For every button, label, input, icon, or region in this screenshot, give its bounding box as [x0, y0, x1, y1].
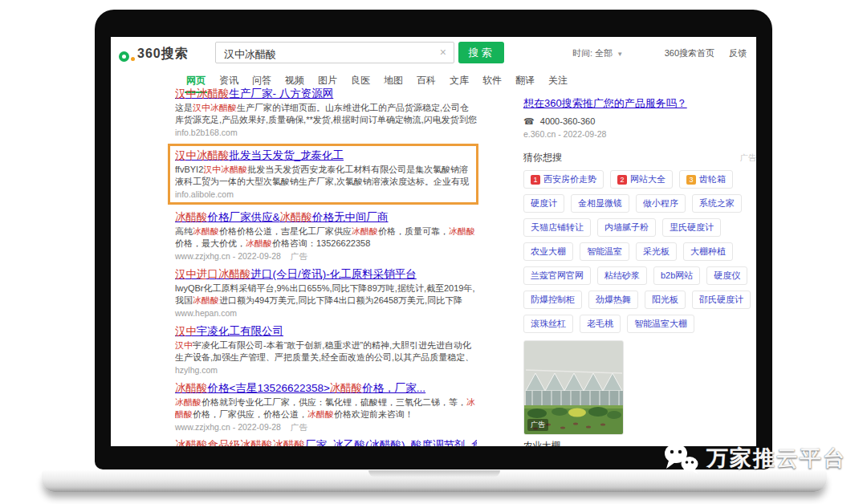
- suggest-tag[interactable]: 1西安房价走势: [523, 170, 604, 189]
- suggest-tag[interactable]: 硬度仪: [706, 266, 747, 285]
- chevron-down-icon: ▼: [617, 51, 623, 58]
- result-title-link[interactable]: 冰醋酸食品级冰醋酸冰醋酸厂家_冰乙酸(冰醋酸)_酸度调节剂_食...: [175, 438, 477, 446]
- suggest-tag[interactable]: 里氏硬度计: [662, 218, 721, 237]
- 360-search-logo[interactable]: 360搜索: [119, 45, 189, 62]
- clear-search-icon[interactable]: ×: [440, 46, 446, 59]
- home-link[interactable]: 360搜索首页: [665, 47, 714, 59]
- suggest-tag[interactable]: 金相显微镜: [571, 194, 629, 213]
- result-title-link[interactable]: 汉中宇凌化工有限公司: [175, 324, 477, 338]
- text-segment: 价格，厂家供应，价格公道，: [193, 409, 307, 419]
- result-title-link[interactable]: 冰醋酸价格<吉星13526622358>冰醋酸价格，厂家...: [175, 381, 477, 395]
- suggest-tag[interactable]: 滚珠丝杠: [523, 315, 573, 333]
- suggest-tag-label: 邵氏硬度计: [699, 294, 743, 306]
- highlighted-term: 汉中进口冰醋酸: [175, 268, 251, 280]
- logo-dot-icon: [131, 57, 135, 61]
- result-url-text: www.zzjxhg.cn - 2022-09-28: [175, 251, 281, 261]
- highlighted-term: 汉中: [175, 325, 197, 337]
- suggest-tag[interactable]: 采光板: [636, 242, 677, 261]
- result-title-link[interactable]: 冰醋酸价格厂家供应&冰醋酸价格无中间厂商: [175, 210, 477, 224]
- search-header: 360搜索 汉中冰醋酸 × 搜索 时间: 全部 ▼ 360搜索首页 反馈: [111, 37, 756, 71]
- text-segment: 宇凌化工有限公司-本着“敢于创新,稳重求进”的精神,大胆引进先进自动化生产设备,…: [175, 340, 474, 364]
- highlighted-term: 汉中冰醋酸: [203, 165, 247, 174]
- suggest-tag[interactable]: b2b网站: [653, 266, 700, 285]
- suggest-tag[interactable]: 内墙腻子粉: [597, 218, 656, 237]
- result-title-link[interactable]: 汉中进口冰醋酸进口(今日/资讯)-化工原料采销平台: [175, 267, 477, 281]
- suggest-tag-label: 里氏硬度计: [670, 222, 714, 234]
- suggest-tag-label: 老毛桃: [587, 318, 613, 330]
- suggest-tag[interactable]: 硬度计: [523, 194, 564, 213]
- suggest-tag[interactable]: 做小程序: [636, 194, 686, 213]
- logo-ring-icon: [119, 51, 129, 62]
- result-item-4: 汉中进口冰醋酸进口(今日/资讯)-化工原料采销平台lwyQBr化工原料采销平台,…: [175, 267, 477, 319]
- result-url: info.alibole.com: [175, 189, 471, 200]
- highlighted-term: 汉中: [175, 340, 193, 350]
- text-segment: ffvBYI2: [175, 165, 203, 174]
- result-url: www.hepan.com: [175, 308, 477, 319]
- promo-link[interactable]: 想在360搜索推广您的产品服务吗？: [523, 96, 756, 111]
- result-title-link[interactable]: 汉中冰醋酸生产厂家- 八方资源网: [175, 87, 477, 100]
- suggest-tag[interactable]: 智能温室大棚: [627, 315, 694, 333]
- search-button[interactable]: 搜索: [458, 42, 504, 63]
- suggest-ad-label: 广告: [740, 152, 756, 164]
- suggest-tag[interactable]: 3齿轮箱: [679, 170, 733, 189]
- highlighted-term: 冰醋酸: [193, 295, 219, 305]
- suggest-heading: 猜你想搜: [523, 151, 562, 165]
- search-input[interactable]: 汉中冰醋酸 ×: [215, 42, 454, 63]
- highlighted-term: 冰醋酸: [175, 397, 201, 407]
- suggest-tag[interactable]: 智能温室: [580, 242, 629, 261]
- promo-phone-number: 4000-360-360: [540, 116, 596, 126]
- text-segment: 宇凌化工有限公司: [197, 325, 283, 337]
- suggest-tags: 1西安房价走势2网站大全3齿轮箱硬度计金相显微镜做小程序系统之家天猫店铺转让内墙…: [523, 170, 756, 333]
- ad-photo[interactable]: 广告: [523, 340, 624, 435]
- suggest-tag-label: 粘结砂浆: [604, 270, 640, 282]
- suggest-tag[interactable]: 2网站大全: [610, 170, 673, 189]
- suggest-tag[interactable]: 劲爆热舞: [588, 291, 638, 309]
- suggest-tag[interactable]: 老毛桃: [580, 315, 621, 333]
- suggest-tag-label: 硬度计: [531, 197, 557, 209]
- result-title-link[interactable]: 汉中冰醋酸批发当天发货_龙泰化工: [175, 148, 471, 162]
- nav-tab-10[interactable]: 软件: [481, 71, 503, 93]
- nav-tab-12[interactable]: 关注: [547, 71, 569, 93]
- time-filter-dropdown[interactable]: 时间: 全部 ▼: [572, 47, 623, 59]
- suggest-tag-label: 智能温室大棚: [634, 318, 687, 330]
- suggest-tag[interactable]: 粘结砂浆: [597, 266, 647, 285]
- result-url: www.zzjxhg.cn - 2022-09-28广告: [175, 422, 477, 433]
- nav-tab-11[interactable]: 翻译: [514, 71, 536, 93]
- suggest-tag[interactable]: 大棚种植: [683, 242, 733, 261]
- wechat-icon: [663, 442, 700, 474]
- result-item-2: 汉中冰醋酸批发当天发货_龙泰化工ffvBYI2汉中冰醋酸批发当天发货西安龙泰化工…: [168, 144, 478, 205]
- text-segment: 价格<吉星13526622358>: [208, 382, 330, 394]
- suggest-tag-label: 网站大全: [630, 173, 666, 185]
- suggest-tag[interactable]: 农业大棚: [523, 242, 573, 261]
- phone-icon: ☎: [523, 116, 535, 126]
- highlighted-term: 冰醋酸: [175, 382, 208, 394]
- highlighted-term: 汉中冰醋酸: [175, 87, 230, 100]
- text-segment: 这是: [175, 103, 193, 112]
- highlighted-term: 汉中冰醋酸: [193, 103, 237, 112]
- result-item-7: 冰醋酸食品级冰醋酸冰醋酸厂家_冰乙酸(冰醋酸)_酸度调节剂_食...: [175, 438, 477, 446]
- result-snippet: 这是汉中冰醋酸生产厂家的详细页面。山东维进化工的产品货源稳定,公司仓库货源充足,…: [175, 102, 477, 126]
- suggest-tag[interactable]: 天猫店铺转让: [523, 218, 591, 237]
- result-snippet: 高纯冰醋酸价格价格公道，吉星化工厂家供应冰醋酸价格，质量可靠，冰醋酸价格，最大价…: [175, 226, 477, 250]
- text-segment: 价格，质量可靠，: [378, 226, 449, 236]
- promo-url: e.360.cn - 2022-09-28: [523, 129, 756, 139]
- suggest-tag[interactable]: 阳光板: [645, 291, 686, 309]
- text-segment: 价格无中间厂商: [312, 211, 389, 223]
- results-list: 汉中冰醋酸生产厂家- 八方资源网这是汉中冰醋酸生产厂家的详细页面。山东维进化工的…: [175, 87, 477, 446]
- text-segment: 价格就到专业化工厂家，供应：氯化锂，硫酸锂，三氧化二锑，等，: [201, 397, 466, 407]
- suggest-tag[interactable]: 兰蔻官网官网: [523, 266, 591, 285]
- suggest-tag-label: 劲爆热舞: [596, 294, 631, 306]
- result-url: hzylhg.com: [175, 365, 477, 376]
- logo-text: 360搜索: [137, 45, 189, 62]
- highlighted-term: 冰醋酸食品级冰醋酸冰醋酸: [175, 439, 305, 446]
- suggest-tag-row-6: 防爆控制柜劲爆热舞阳光板邵氏硬度计: [523, 291, 756, 309]
- feedback-link[interactable]: 反馈: [729, 47, 747, 59]
- suggest-tag[interactable]: 系统之家: [692, 194, 742, 213]
- suggest-tag-label: 防爆控制柜: [531, 294, 575, 306]
- highlighted-term: 冰醋酸: [246, 238, 272, 248]
- suggest-tag[interactable]: 防爆控制柜: [523, 291, 582, 309]
- result-url-text: info.alibole.com: [175, 189, 234, 199]
- text-segment: 价格咨询：13526622358: [272, 238, 370, 248]
- suggest-tag[interactable]: 邵氏硬度计: [692, 291, 751, 309]
- text-segment: 价格，厂家...: [362, 382, 425, 394]
